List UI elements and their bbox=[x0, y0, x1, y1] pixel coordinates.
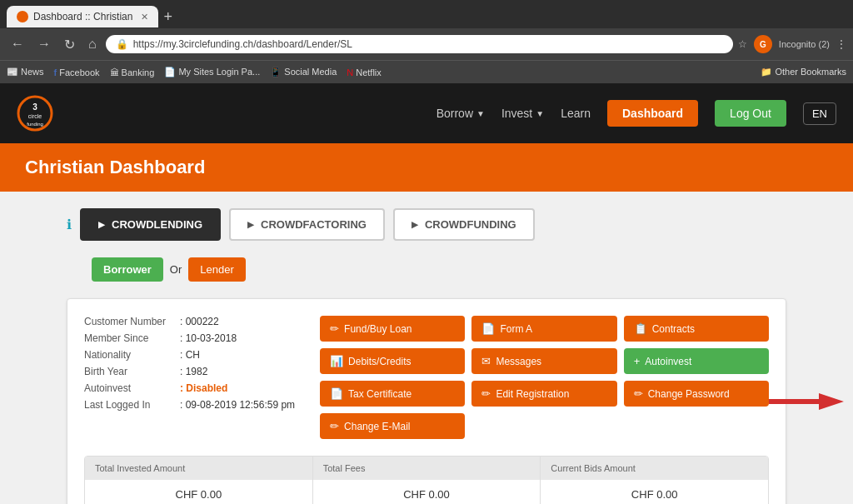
dashboard-button[interactable]: Dashboard bbox=[607, 100, 698, 127]
autoinvest-label: Autoinvest bbox=[84, 382, 176, 394]
info-customer-number: Customer Number : 000222 bbox=[84, 316, 295, 327]
birth-year-label: Birth Year bbox=[84, 366, 176, 377]
crowd-tabs-row: ℹ ▶ CROWDLENDING ▶ CROWDFACTORING ▶ CROW… bbox=[67, 208, 786, 241]
info-member-since: Member Since : 10-03-2018 bbox=[84, 332, 295, 344]
svg-marker-4 bbox=[769, 393, 844, 410]
bookmark-netflix[interactable]: N Netflix bbox=[347, 67, 382, 77]
other-bookmarks[interactable]: 📁 Other Bookmarks bbox=[761, 67, 846, 77]
stats-header-total-fees: Total Fees bbox=[313, 457, 541, 480]
browser-tab[interactable]: Dashboard :: Christian ✕ bbox=[7, 6, 158, 27]
close-tab-button[interactable]: ✕ bbox=[141, 12, 148, 22]
autoinvest-button[interactable]: + Autoinvest bbox=[624, 348, 769, 374]
info-nationality: Nationality : CH bbox=[84, 349, 295, 361]
info-birth-year: Birth Year : 1982 bbox=[84, 366, 295, 377]
stats-body: CHF 0.00 CHF 0.00 CHF 0.00 bbox=[85, 480, 768, 504]
edit-registration-button[interactable]: ✏ Edit Registration bbox=[471, 381, 616, 407]
svg-text:funding: funding bbox=[27, 122, 43, 127]
url-text: https://my.3circlefunding.ch/dashboard/L… bbox=[133, 38, 723, 50]
url-bar[interactable]: 🔒 https://my.3circlefunding.ch/dashboard… bbox=[106, 35, 733, 53]
menu-dots[interactable]: ⋮ bbox=[836, 38, 846, 50]
new-tab-button[interactable]: + bbox=[163, 8, 172, 26]
tab-crowdlending[interactable]: ▶ CROWDLENDING bbox=[80, 208, 221, 241]
logo-icon: 3 circle funding bbox=[17, 95, 53, 132]
stats-total-invested-value: CHF 0.00 bbox=[85, 480, 313, 504]
crowdlending-label: CROWDLENDING bbox=[112, 218, 202, 231]
tab-crowdfactoring[interactable]: ▶ CROWDFACTORING bbox=[229, 208, 385, 241]
tax-certificate-button[interactable]: 📄 Tax Certificate bbox=[320, 381, 465, 407]
info-last-logged: Last Logged In : 09-08-2019 12:56:59 pm bbox=[84, 399, 295, 411]
form-icon: 📄 bbox=[481, 322, 495, 335]
star-icon[interactable]: ☆ bbox=[738, 38, 747, 50]
plus-icon: + bbox=[634, 355, 641, 367]
dashboard-card: Customer Number : 000222 Member Since : … bbox=[67, 298, 786, 504]
birth-year-value: : 1982 bbox=[180, 366, 207, 377]
last-logged-label: Last Logged In bbox=[84, 399, 176, 411]
svg-text:3: 3 bbox=[32, 102, 37, 112]
contracts-button[interactable]: 📋 Contracts bbox=[624, 316, 769, 342]
debits-icon: 📊 bbox=[330, 355, 343, 367]
stats-header-total-invested: Total Invested Amount bbox=[85, 457, 313, 480]
password-icon: ✏ bbox=[634, 387, 643, 400]
contracts-icon: 📋 bbox=[634, 322, 647, 335]
stats-current-bids-value: CHF 0.00 bbox=[541, 480, 768, 504]
email-icon: ✏ bbox=[330, 420, 339, 432]
form-a-button[interactable]: 📄 Form A bbox=[471, 316, 616, 342]
bookmark-mysites[interactable]: 📄 My Sites Login Pa... bbox=[164, 67, 260, 77]
bookmark-social[interactable]: 📱 Social Media bbox=[270, 67, 337, 77]
tax-icon: 📄 bbox=[330, 387, 343, 400]
home-button[interactable]: ⌂ bbox=[84, 35, 101, 53]
bookmark-banking[interactable]: 🏛 Banking bbox=[110, 67, 155, 77]
back-button[interactable]: ← bbox=[7, 35, 28, 53]
customer-number-value: : 000222 bbox=[180, 316, 219, 327]
messages-button[interactable]: ✉ Messages bbox=[471, 348, 616, 374]
stats-total-fees-value: CHF 0.00 bbox=[313, 480, 541, 504]
info-icon[interactable]: ℹ bbox=[67, 217, 72, 232]
nationality-value: : CH bbox=[180, 349, 200, 361]
customer-info: Customer Number : 000222 Member Since : … bbox=[84, 316, 295, 439]
borrower-button[interactable]: Borrower bbox=[92, 257, 163, 282]
nav-links: Borrow ▼ Invest ▼ Learn Dashboard Log Ou… bbox=[436, 100, 836, 127]
invest-arrow-icon: ▼ bbox=[536, 109, 544, 118]
info-autoinvest: Autoinvest : Disabled bbox=[84, 382, 295, 394]
bookmark-facebook[interactable]: f Facebook bbox=[54, 67, 100, 77]
member-since-value: : 10-03-2018 bbox=[180, 332, 237, 344]
tab-crowdfunding[interactable]: ▶ CROWDFUNDING bbox=[393, 208, 535, 241]
fund-buy-loan-button[interactable]: ✏ Fund/Buy Loan bbox=[320, 316, 465, 342]
customer-number-label: Customer Number bbox=[84, 316, 176, 327]
member-since-label: Member Since bbox=[84, 332, 176, 344]
change-password-button[interactable]: ✏ Change Password bbox=[624, 381, 769, 407]
lender-button[interactable]: Lender bbox=[188, 257, 245, 282]
bookmarks-bar: 📰 News f Facebook 🏛 Banking 📄 My Sites L… bbox=[0, 60, 853, 83]
toggle-row: Borrower Or Lender bbox=[92, 257, 786, 282]
stats-header: Total Invested Amount Total Fees Current… bbox=[85, 457, 768, 480]
messages-icon: ✉ bbox=[481, 355, 491, 367]
crowdlending-arrow-icon: ▶ bbox=[98, 220, 105, 229]
tab-title: Dashboard :: Christian bbox=[33, 11, 132, 22]
borrow-arrow-icon: ▼ bbox=[476, 109, 485, 118]
bookmark-news[interactable]: 📰 News bbox=[7, 67, 44, 77]
edit-icon: ✏ bbox=[481, 387, 491, 400]
nav-invest[interactable]: Invest ▼ bbox=[501, 107, 544, 120]
crowdfunding-label: CROWDFUNDING bbox=[425, 218, 516, 231]
pencil-icon: ✏ bbox=[330, 322, 339, 335]
debits-credits-button[interactable]: 📊 Debits/Credits bbox=[320, 348, 465, 374]
red-arrow-icon bbox=[769, 389, 844, 414]
nationality-label: Nationality bbox=[84, 349, 176, 361]
reload-button[interactable]: ↻ bbox=[60, 35, 79, 54]
browser-actions: ☆ G Incognito (2) ⋮ bbox=[738, 35, 846, 53]
logo[interactable]: 3 circle funding bbox=[17, 95, 53, 132]
nav-borrow[interactable]: Borrow ▼ bbox=[436, 107, 485, 120]
logout-button[interactable]: Log Out bbox=[715, 100, 786, 127]
action-buttons-grid: ✏ Fund/Buy Loan 📄 Form A 📋 Contracts bbox=[320, 316, 769, 439]
crowdfactoring-arrow-icon: ▶ bbox=[247, 220, 254, 229]
svg-text:circle: circle bbox=[28, 113, 42, 119]
profile-avatar: G bbox=[754, 35, 772, 53]
autoinvest-value: : Disabled bbox=[180, 382, 227, 394]
stats-header-current-bids: Current Bids Amount bbox=[541, 457, 768, 480]
change-email-button[interactable]: ✏ Change E-Mail bbox=[320, 413, 465, 439]
page-title: Christian Dashboard bbox=[25, 157, 828, 178]
nav-learn[interactable]: Learn bbox=[561, 107, 591, 120]
language-button[interactable]: EN bbox=[803, 102, 836, 125]
forward-button[interactable]: → bbox=[33, 35, 55, 53]
last-logged-value: : 09-08-2019 12:56:59 pm bbox=[180, 399, 295, 411]
